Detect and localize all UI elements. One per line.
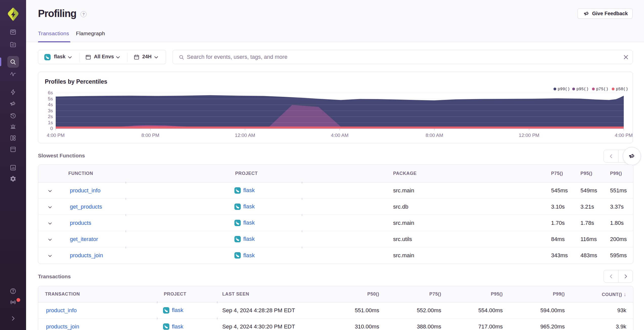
svg-text:4:00 AM: 4:00 AM [331,133,349,138]
svg-text:8:00 AM: 8:00 AM [426,133,443,138]
svg-text:5s: 5s [48,96,53,101]
svg-text:p95(): p95() [576,87,589,91]
svg-text:p50(): p50() [616,87,628,91]
svg-text:p75(): p75() [596,87,608,91]
svg-text:12:00 AM: 12:00 AM [235,133,255,138]
svg-text:4s: 4s [48,102,53,107]
svg-text:4:00 PM: 4:00 PM [615,133,633,138]
svg-text:1s: 1s [48,120,53,125]
svg-text:8:00 PM: 8:00 PM [142,133,159,138]
svg-text:4:00 PM: 4:00 PM [47,133,65,138]
svg-text:3s: 3s [48,108,53,113]
svg-text:2s: 2s [48,114,53,119]
svg-text:p99(): p99() [558,87,570,91]
svg-text:12:00 PM: 12:00 PM [519,133,539,138]
svg-text:Profiles by Percentiles: Profiles by Percentiles [45,78,107,85]
svg-text:6s: 6s [48,90,53,95]
svg-text:0: 0 [50,126,53,131]
